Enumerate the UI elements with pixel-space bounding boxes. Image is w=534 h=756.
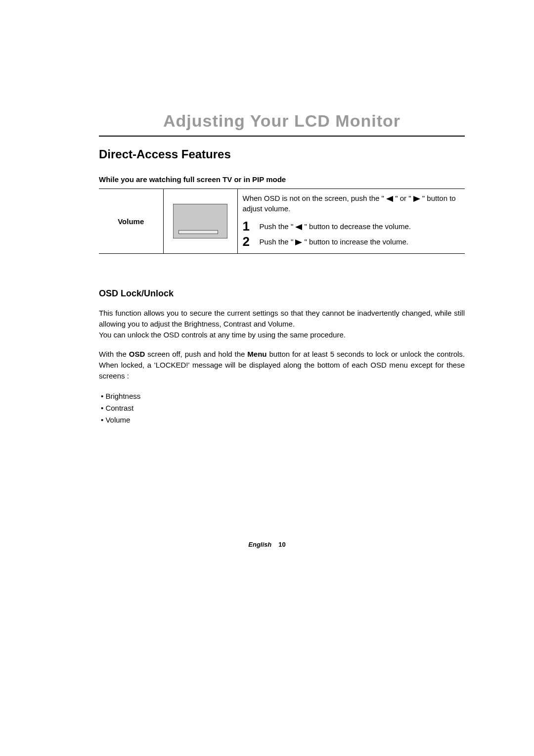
- osd-heading: OSD Lock/Unlock: [99, 288, 465, 299]
- footer-language: English: [248, 541, 271, 548]
- table-row: Volume When OSD is not on the screen, pu…: [99, 189, 465, 254]
- list-item: Brightness: [101, 390, 465, 402]
- osd-paragraph-2: With the OSD screen off, push and hold t…: [99, 349, 465, 381]
- left-arrow-icon: [386, 196, 393, 202]
- step-text: Push the " " button to increase the volu…: [260, 234, 411, 249]
- feature-intro-text: When OSD is not on the screen, push the …: [243, 193, 460, 214]
- volume-thumbnail: [173, 204, 227, 238]
- section-title: Direct-Access Features: [99, 147, 465, 161]
- step-1: 1 Push the " " button to decrease the vo…: [243, 219, 411, 234]
- right-arrow-icon: [295, 239, 302, 245]
- list-item: Contrast: [101, 402, 465, 414]
- bold-osd: OSD: [129, 350, 145, 358]
- feature-description: When OSD is not on the screen, push the …: [237, 189, 465, 254]
- svg-marker-2: [295, 224, 302, 230]
- feature-label: Volume: [99, 189, 163, 254]
- step-number: 1: [243, 219, 260, 234]
- feature-thumbnail-cell: [163, 189, 237, 254]
- left-arrow-icon: [295, 224, 302, 230]
- svg-marker-0: [386, 196, 393, 202]
- volume-bar-graphic: [178, 230, 218, 234]
- chapter-title: Adjusting Your LCD Monitor: [99, 111, 465, 131]
- right-arrow-icon: [413, 196, 420, 202]
- title-underline: [99, 136, 465, 137]
- exception-list: Brightness Contrast Volume: [99, 390, 465, 426]
- footer-page-number: 10: [278, 541, 285, 548]
- svg-marker-1: [413, 196, 420, 202]
- step-text: Push the " " button to decrease the volu…: [260, 219, 411, 234]
- svg-marker-3: [295, 239, 302, 245]
- subsection-intro: While you are watching full screen TV or…: [99, 175, 465, 184]
- osd-paragraph-1: This function allows you to secure the c…: [99, 308, 465, 340]
- step-number: 2: [243, 234, 260, 249]
- step-2: 2 Push the " " button to increase the vo…: [243, 234, 411, 249]
- feature-table: Volume When OSD is not on the screen, pu…: [99, 189, 465, 254]
- list-item: Volume: [101, 414, 465, 426]
- bold-menu: Menu: [247, 350, 267, 358]
- page-footer: English10: [0, 541, 534, 548]
